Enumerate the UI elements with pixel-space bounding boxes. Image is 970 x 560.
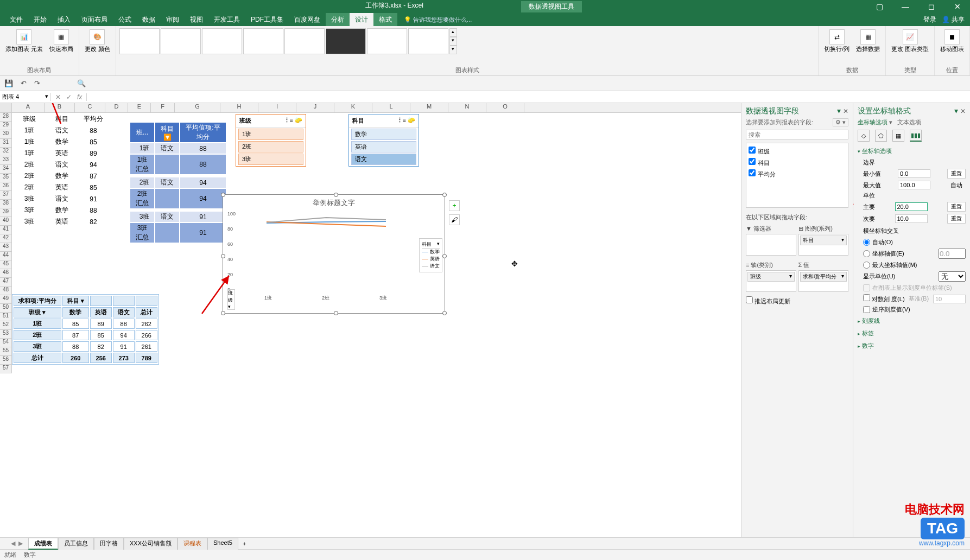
- row-header[interactable]: 28: [0, 113, 12, 122]
- change-chart-type-button[interactable]: 📈更改 图表类型: [889, 28, 931, 54]
- display-unit-select[interactable]: 无: [939, 271, 966, 282]
- row-header[interactable]: 31: [0, 139, 12, 148]
- close-button[interactable]: ✕: [949, 2, 966, 11]
- save-icon[interactable]: 💾: [4, 79, 13, 87]
- change-colors-button[interactable]: 🎨更改 颜色: [83, 28, 112, 54]
- column-header[interactable]: E: [128, 103, 151, 112]
- select-data-button[interactable]: ▦选择数据: [854, 28, 882, 54]
- slicer-multiselect-icon[interactable]: ⋮≡ 🧽: [284, 117, 302, 125]
- axis-options-tab-icon[interactable]: ▮▮▮: [910, 130, 922, 142]
- column-header[interactable]: B: [45, 103, 75, 112]
- column-header[interactable]: J: [296, 103, 334, 112]
- reverse-checkbox[interactable]: [863, 306, 870, 313]
- summary-pivot-table[interactable]: 求和项:平均分科目 ▾ 班级 ▾数学英语语文总计 1班8589882622班87…: [12, 294, 159, 365]
- minor-unit-input[interactable]: [895, 214, 928, 223]
- pivot-table[interactable]: 班...科目 🔽平均值项:平均分 1班语文881班 汇总882班语文942班 汇…: [129, 122, 227, 244]
- column-header[interactable]: H: [220, 103, 258, 112]
- row-header[interactable]: 37: [0, 191, 12, 200]
- sheet-tab[interactable]: Sheet5: [207, 538, 238, 550]
- menu-tab-设计[interactable]: 设计: [350, 13, 373, 26]
- cancel-icon[interactable]: ✕: [55, 93, 61, 101]
- sheet-tab[interactable]: XXX公司销售额: [124, 538, 177, 550]
- row-header[interactable]: 42: [0, 234, 12, 243]
- ticks-section[interactable]: 刻度线: [858, 315, 966, 327]
- add-sheet-button[interactable]: +: [238, 540, 250, 547]
- tell-me-input[interactable]: 💡 告诉我您想要做什么...: [404, 16, 472, 24]
- minimize-button[interactable]: —: [897, 2, 914, 11]
- slicer-item[interactable]: 1班: [238, 129, 303, 140]
- move-chart-button[interactable]: ◼移动图表: [938, 28, 966, 54]
- row-header[interactable]: 39: [0, 208, 12, 217]
- column-header[interactable]: L: [372, 103, 410, 112]
- row-header[interactable]: 46: [0, 269, 12, 278]
- row-header[interactable]: 35: [0, 174, 12, 182]
- row-header[interactable]: 33: [0, 156, 12, 165]
- axis-zone[interactable]: 班级▾: [746, 270, 796, 292]
- field-search-input[interactable]: [746, 130, 848, 139]
- labels-section[interactable]: 标签: [858, 327, 966, 340]
- close-pane-icon[interactable]: ✕: [843, 107, 848, 115]
- undo-icon[interactable]: ↶: [21, 79, 27, 87]
- row-header[interactable]: 36: [0, 182, 12, 191]
- slicer-class[interactable]: 班级⋮≡ 🧽 1班2班3班: [236, 114, 306, 167]
- chart-plot-area[interactable]: [239, 211, 412, 292]
- redo-icon[interactable]: ↷: [34, 79, 40, 87]
- row-header[interactable]: 55: [0, 347, 12, 356]
- chart-title[interactable]: 举例标题文字: [223, 195, 445, 211]
- chart-axis-field-button[interactable]: 班级 ▾: [227, 289, 235, 310]
- row-header[interactable]: 52: [0, 321, 12, 330]
- row-header[interactable]: 45: [0, 260, 12, 269]
- menu-tab-公式[interactable]: 公式: [113, 13, 137, 26]
- chart-style-item[interactable]: [243, 28, 283, 54]
- menu-tab-开始[interactable]: 开始: [28, 13, 52, 26]
- menu-tab-格式[interactable]: 格式: [373, 13, 397, 26]
- values-zone[interactable]: 求和项:平均分▾: [798, 270, 849, 292]
- sheet-tab[interactable]: 员工信息: [58, 538, 94, 550]
- filter-zone[interactable]: [746, 234, 796, 256]
- name-box[interactable]: 图表 4▾: [0, 93, 51, 101]
- slicer-subject[interactable]: 科目⋮≡ 🧽 数学英语语文: [348, 114, 419, 167]
- slicer-item[interactable]: 语文: [351, 154, 416, 165]
- effects-tab-icon[interactable]: ⬠: [875, 130, 887, 142]
- max-value-input[interactable]: [898, 181, 930, 189]
- column-header[interactable]: K: [334, 103, 372, 112]
- row-header[interactable]: 40: [0, 217, 12, 226]
- column-header[interactable]: A: [12, 103, 45, 112]
- column-header[interactable]: I: [258, 103, 296, 112]
- row-header[interactable]: 54: [0, 339, 12, 347]
- maximize-button[interactable]: ◻: [923, 2, 940, 11]
- slicer-item[interactable]: 数学: [351, 129, 416, 140]
- close-pane-icon[interactable]: ✕: [960, 107, 966, 115]
- axis-options-section[interactable]: 坐标轴选项: [858, 145, 966, 157]
- column-header[interactable]: N: [448, 103, 486, 112]
- chart-style-item[interactable]: [367, 28, 407, 54]
- menu-tab-文件[interactable]: 文件: [4, 13, 28, 26]
- major-unit-input[interactable]: [895, 202, 928, 211]
- log-scale-checkbox[interactable]: [863, 294, 870, 301]
- reset-button[interactable]: 重置: [947, 214, 966, 224]
- sheet-tab[interactable]: 田字格: [94, 538, 124, 550]
- chart-style-item[interactable]: [408, 28, 448, 54]
- quick-layout-button[interactable]: ▦快速布局: [47, 28, 75, 54]
- find-icon[interactable]: 🔍: [77, 79, 86, 87]
- pivot-chart[interactable]: + 🖌 举例标题文字 100806040200 1班2班3班: [223, 194, 445, 314]
- row-header[interactable]: 51: [0, 313, 12, 321]
- row-header[interactable]: 49: [0, 295, 12, 304]
- menu-tab-页面布局[interactable]: 页面布局: [76, 13, 113, 26]
- menu-tab-数据[interactable]: 数据: [137, 13, 161, 26]
- field-item[interactable]: 班级: [749, 145, 846, 157]
- field-checkbox[interactable]: [749, 169, 756, 176]
- row-header[interactable]: 47: [0, 278, 12, 287]
- column-header[interactable]: G: [175, 103, 220, 112]
- style-gallery-more[interactable]: ▴▾▾: [449, 28, 457, 54]
- chart-style-gallery[interactable]: ▴▾▾: [119, 28, 457, 54]
- login-link[interactable]: 登录: [923, 15, 936, 24]
- chart-style-item[interactable]: [284, 28, 325, 54]
- row-header[interactable]: 29: [0, 122, 12, 130]
- chart-legend[interactable]: 科目▾ 数学 英语 语文: [419, 238, 442, 272]
- chart-plus-button[interactable]: +: [449, 200, 460, 211]
- row-header[interactable]: 41: [0, 226, 12, 234]
- row-header[interactable]: 30: [0, 130, 12, 139]
- menu-tab-审阅[interactable]: 审阅: [161, 13, 185, 26]
- sheet-nav-next-icon[interactable]: ▶: [18, 540, 23, 547]
